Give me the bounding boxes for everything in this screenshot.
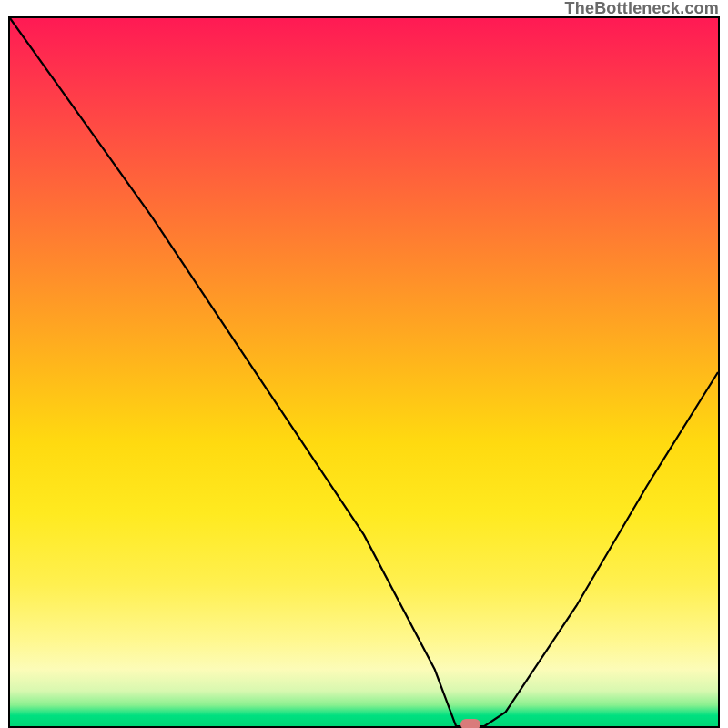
watermark-text: TheBottleneck.com — [565, 0, 719, 18]
chart-frame — [8, 16, 720, 728]
optimal-point-marker — [460, 719, 480, 728]
bottleneck-curve — [10, 18, 718, 726]
